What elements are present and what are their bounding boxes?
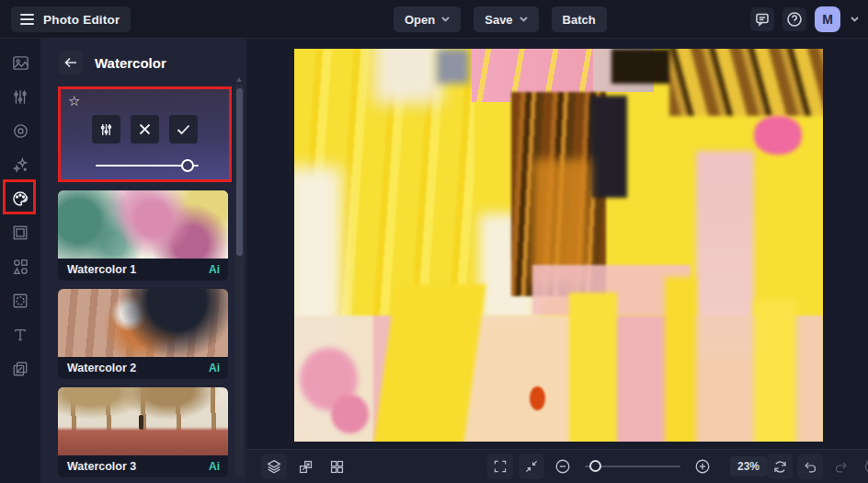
app-title: Photo Editor [43,13,120,27]
filter-thumbnail [58,289,228,357]
sidebar-item-artsy[interactable] [0,182,40,215]
question-mark-icon [786,11,803,28]
sidebar-item-text[interactable] [0,318,40,351]
panel-title: Watercolor [95,55,166,71]
history-controls [767,454,868,479]
canvas-area[interactable] [246,39,868,449]
panel-scrollbar[interactable] [235,85,244,477]
ai-badge: Ai [209,362,220,374]
shapes-icon [12,259,29,275]
hamburger-icon [20,14,34,25]
chat-bubble-icon [755,12,770,27]
tools-sidebar [0,39,40,483]
resize-transform-icon [298,459,314,475]
history-clock-icon [863,459,868,475]
panel-header: Watercolor [40,39,246,84]
cancel-x-icon [139,123,151,135]
zoom-level-badge[interactable]: 23% [730,456,767,477]
layers-stack-icon [266,458,282,475]
card-footer: Watercolor 2 Ai [58,357,228,379]
chevron-down-icon [520,17,528,22]
minus-circle-icon [554,458,571,475]
bottom-toolbar: 23% [246,449,868,483]
filter-label: Watercolor 2 [67,362,136,374]
filter-thumbnail [58,387,228,455]
back-button[interactable] [59,51,83,75]
zoom-slider[interactable] [585,460,680,473]
fit-screen-icon [524,459,539,474]
transform-button[interactable] [292,454,318,479]
frame-icon [12,224,29,241]
applied-filter-actions [61,115,229,144]
filter-label: Watercolor 1 [67,263,136,276]
scrollbar-thumb[interactable] [236,88,243,256]
overlay-texture-icon [12,293,29,309]
account-chevron-down-icon[interactable] [851,17,859,22]
image-icon [12,54,29,72]
sidebar-item-graphics[interactable] [0,250,40,283]
confirm-check-icon [177,124,190,135]
zoom-out-button[interactable] [550,454,576,479]
photo-editor-app: Photo Editor Open Save Batch [0,0,868,483]
sidebar-item-overlays[interactable] [0,284,40,317]
zoom-controls: 23% [487,454,767,479]
refresh-icon [772,459,788,475]
sidebar-item-layers[interactable] [0,352,40,385]
favorite-star-icon[interactable]: ☆ [68,93,80,109]
layers-button[interactable] [261,454,287,479]
open-button[interactable]: Open [394,6,461,32]
main-menu-button[interactable]: Photo Editor [11,6,131,32]
filter-card-watercolor-1[interactable]: Watercolor 1 Ai [58,190,228,281]
zoom-slider-handle[interactable] [589,460,601,472]
save-button[interactable]: Save [474,6,538,32]
redo-icon [833,459,849,475]
sidebar-item-edit[interactable] [0,46,40,79]
slider-handle[interactable] [181,159,194,172]
ai-badge: Ai [209,460,220,473]
fit-to-screen-button[interactable] [519,454,544,479]
filter-card-watercolor-2[interactable]: Watercolor 2 Ai [58,289,228,379]
thumbnail-figure [139,415,143,430]
arrow-left-icon [64,57,77,68]
filter-thumbnail [58,190,228,259]
batch-button[interactable]: Batch [552,6,607,32]
zoom-in-button[interactable] [690,454,715,479]
plus-circle-icon [694,458,711,475]
sparkles-icon [12,156,29,174]
layers-copy-icon [12,361,29,377]
filter-intensity-slider[interactable] [96,159,199,172]
card-footer: Watercolor 1 Ai [58,259,228,281]
apply-filter-button[interactable] [169,115,198,144]
topbar-right: M [750,6,859,32]
applied-filter-card[interactable]: ☆ [58,86,232,182]
adjust-sliders-icon [99,122,113,137]
feedback-button[interactable] [750,7,774,31]
templates-button[interactable] [324,454,349,479]
sidebar-item-effects[interactable] [0,148,40,181]
sidebar-item-touchup[interactable] [0,114,40,147]
sidebar-item-frames[interactable] [0,216,40,249]
fullscreen-button[interactable] [487,454,513,479]
cancel-filter-button[interactable] [131,115,159,144]
fullscreen-icon [493,459,508,474]
filter-settings-button[interactable] [92,115,120,144]
sidebar-item-adjust[interactable] [0,80,40,113]
grid-icon [329,459,345,475]
scroll-up-arrow[interactable] [236,77,242,82]
eye-icon [12,122,29,140]
palette-icon [11,190,29,208]
watercolor-panel: Watercolor ☆ [40,39,246,483]
compare-refresh-button[interactable] [767,454,793,479]
canvas-image[interactable] [294,49,823,442]
sliders-icon [12,88,29,106]
file-actions: Open Save Batch [394,6,607,32]
user-avatar[interactable]: M [815,6,840,32]
help-button[interactable] [782,7,806,31]
filter-card-watercolor-3[interactable]: Watercolor 3 Ai [58,387,228,477]
undo-button[interactable] [797,454,823,479]
redo-button[interactable] [828,454,853,479]
card-footer: Watercolor 3 Ai [58,455,228,477]
filter-label: Watercolor 3 [67,460,136,473]
history-reset-button[interactable] [858,454,868,479]
ai-badge: Ai [209,263,220,276]
